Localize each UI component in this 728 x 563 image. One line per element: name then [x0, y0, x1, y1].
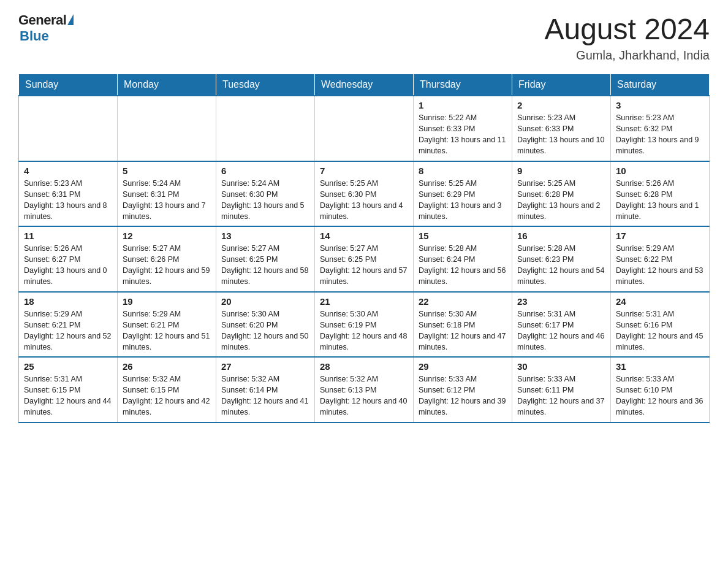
day-number: 1	[419, 100, 507, 110]
day-info: Sunrise: 5:25 AM Sunset: 6:30 PM Dayligh…	[320, 178, 408, 223]
day-info: Sunrise: 5:33 AM Sunset: 6:12 PM Dayligh…	[419, 373, 507, 418]
weekday-header-row: SundayMondayTuesdayWednesdayThursdayFrid…	[19, 74, 710, 96]
calendar-cell: 24Sunrise: 5:31 AM Sunset: 6:16 PM Dayli…	[611, 292, 710, 358]
day-number: 22	[419, 296, 507, 307]
day-info: Sunrise: 5:32 AM Sunset: 6:15 PM Dayligh…	[123, 373, 211, 418]
calendar-header: SundayMondayTuesdayWednesdayThursdayFrid…	[19, 74, 710, 96]
day-info: Sunrise: 5:26 AM Sunset: 6:27 PM Dayligh…	[24, 243, 112, 288]
weekday-header-thursday: Thursday	[414, 74, 512, 96]
calendar-cell: 1Sunrise: 5:22 AM Sunset: 6:33 PM Daylig…	[414, 96, 512, 161]
calendar-cell: 16Sunrise: 5:28 AM Sunset: 6:23 PM Dayli…	[512, 226, 611, 292]
day-number: 16	[517, 231, 605, 241]
day-number: 31	[616, 361, 704, 372]
day-number: 12	[123, 231, 211, 241]
day-info: Sunrise: 5:31 AM Sunset: 6:15 PM Dayligh…	[24, 373, 112, 418]
calendar-week-2: 4Sunrise: 5:23 AM Sunset: 6:31 PM Daylig…	[19, 161, 710, 227]
calendar-cell: 29Sunrise: 5:33 AM Sunset: 6:12 PM Dayli…	[414, 357, 512, 423]
day-info: Sunrise: 5:33 AM Sunset: 6:11 PM Dayligh…	[517, 373, 605, 418]
day-number: 8	[419, 166, 507, 176]
day-number: 10	[616, 166, 704, 176]
day-number: 15	[419, 231, 507, 241]
day-number: 14	[320, 231, 408, 241]
day-number: 5	[123, 166, 211, 176]
day-info: Sunrise: 5:31 AM Sunset: 6:16 PM Dayligh…	[616, 308, 704, 353]
calendar-cell: 7Sunrise: 5:25 AM Sunset: 6:30 PM Daylig…	[315, 161, 414, 227]
day-number: 23	[517, 296, 605, 307]
calendar-cell: 23Sunrise: 5:31 AM Sunset: 6:17 PM Dayli…	[512, 292, 611, 358]
calendar-cell	[216, 96, 315, 161]
calendar-week-1: 1Sunrise: 5:22 AM Sunset: 6:33 PM Daylig…	[19, 96, 710, 161]
day-info: Sunrise: 5:25 AM Sunset: 6:28 PM Dayligh…	[517, 178, 605, 223]
calendar-cell: 12Sunrise: 5:27 AM Sunset: 6:26 PM Dayli…	[118, 226, 216, 292]
logo-triangle-icon	[67, 14, 74, 25]
calendar-title: August 2024	[544, 12, 710, 46]
logo: General Blue	[18, 12, 74, 44]
weekday-header-monday: Monday	[118, 74, 216, 96]
day-info: Sunrise: 5:25 AM Sunset: 6:29 PM Dayligh…	[419, 178, 507, 223]
calendar-cell	[315, 96, 414, 161]
calendar-cell: 25Sunrise: 5:31 AM Sunset: 6:15 PM Dayli…	[19, 357, 118, 423]
calendar-cell: 18Sunrise: 5:29 AM Sunset: 6:21 PM Dayli…	[19, 292, 118, 358]
calendar-table: SundayMondayTuesdayWednesdayThursdayFrid…	[18, 74, 710, 423]
day-number: 18	[24, 296, 112, 307]
calendar-week-5: 25Sunrise: 5:31 AM Sunset: 6:15 PM Dayli…	[19, 357, 710, 423]
weekday-header-wednesday: Wednesday	[315, 74, 414, 96]
logo-general-text: General	[18, 12, 66, 28]
day-info: Sunrise: 5:30 AM Sunset: 6:18 PM Dayligh…	[419, 308, 507, 353]
day-info: Sunrise: 5:27 AM Sunset: 6:25 PM Dayligh…	[221, 243, 309, 288]
calendar-cell: 22Sunrise: 5:30 AM Sunset: 6:18 PM Dayli…	[414, 292, 512, 358]
day-info: Sunrise: 5:27 AM Sunset: 6:26 PM Dayligh…	[123, 243, 211, 288]
day-number: 9	[517, 166, 605, 176]
calendar-week-4: 18Sunrise: 5:29 AM Sunset: 6:21 PM Dayli…	[19, 292, 710, 358]
weekday-header-friday: Friday	[512, 74, 611, 96]
calendar-cell: 28Sunrise: 5:32 AM Sunset: 6:13 PM Dayli…	[315, 357, 414, 423]
page-header: General Blue August 2024 Gumla, Jharkhan…	[18, 12, 710, 63]
day-info: Sunrise: 5:24 AM Sunset: 6:31 PM Dayligh…	[123, 178, 211, 223]
calendar-cell: 26Sunrise: 5:32 AM Sunset: 6:15 PM Dayli…	[118, 357, 216, 423]
calendar-cell	[118, 96, 216, 161]
calendar-cell: 20Sunrise: 5:30 AM Sunset: 6:20 PM Dayli…	[216, 292, 315, 358]
day-info: Sunrise: 5:30 AM Sunset: 6:19 PM Dayligh…	[320, 308, 408, 353]
calendar-cell: 2Sunrise: 5:23 AM Sunset: 6:33 PM Daylig…	[512, 96, 611, 161]
calendar-cell: 27Sunrise: 5:32 AM Sunset: 6:14 PM Dayli…	[216, 357, 315, 423]
calendar-cell: 21Sunrise: 5:30 AM Sunset: 6:19 PM Dayli…	[315, 292, 414, 358]
day-info: Sunrise: 5:26 AM Sunset: 6:28 PM Dayligh…	[616, 178, 704, 223]
day-info: Sunrise: 5:32 AM Sunset: 6:14 PM Dayligh…	[221, 373, 309, 418]
calendar-cell: 8Sunrise: 5:25 AM Sunset: 6:29 PM Daylig…	[414, 161, 512, 227]
day-number: 19	[123, 296, 211, 307]
day-info: Sunrise: 5:30 AM Sunset: 6:20 PM Dayligh…	[221, 308, 309, 353]
day-info: Sunrise: 5:33 AM Sunset: 6:10 PM Dayligh…	[616, 373, 704, 418]
calendar-cell: 9Sunrise: 5:25 AM Sunset: 6:28 PM Daylig…	[512, 161, 611, 227]
day-number: 30	[517, 361, 605, 372]
day-info: Sunrise: 5:28 AM Sunset: 6:24 PM Dayligh…	[419, 243, 507, 288]
day-number: 2	[517, 100, 605, 110]
calendar-cell: 13Sunrise: 5:27 AM Sunset: 6:25 PM Dayli…	[216, 226, 315, 292]
day-number: 21	[320, 296, 408, 307]
day-number: 11	[24, 231, 112, 241]
day-info: Sunrise: 5:23 AM Sunset: 6:32 PM Dayligh…	[616, 112, 704, 157]
day-number: 29	[419, 361, 507, 372]
calendar-cell: 3Sunrise: 5:23 AM Sunset: 6:32 PM Daylig…	[611, 96, 710, 161]
day-info: Sunrise: 5:22 AM Sunset: 6:33 PM Dayligh…	[419, 112, 507, 157]
day-number: 6	[221, 166, 309, 176]
day-number: 3	[616, 100, 704, 110]
day-number: 20	[221, 296, 309, 307]
day-info: Sunrise: 5:29 AM Sunset: 6:21 PM Dayligh…	[24, 308, 112, 353]
day-number: 17	[616, 231, 704, 241]
day-info: Sunrise: 5:24 AM Sunset: 6:30 PM Dayligh…	[221, 178, 309, 223]
title-block: August 2024 Gumla, Jharkhand, India	[544, 12, 710, 63]
day-number: 4	[24, 166, 112, 176]
day-number: 26	[123, 361, 211, 372]
calendar-subtitle: Gumla, Jharkhand, India	[544, 48, 710, 63]
logo-blue-text: Blue	[20, 28, 49, 44]
day-number: 25	[24, 361, 112, 372]
weekday-header-sunday: Sunday	[19, 74, 118, 96]
day-info: Sunrise: 5:23 AM Sunset: 6:33 PM Dayligh…	[517, 112, 605, 157]
calendar-cell: 19Sunrise: 5:29 AM Sunset: 6:21 PM Dayli…	[118, 292, 216, 358]
calendar-cell: 4Sunrise: 5:23 AM Sunset: 6:31 PM Daylig…	[19, 161, 118, 227]
day-info: Sunrise: 5:27 AM Sunset: 6:25 PM Dayligh…	[320, 243, 408, 288]
day-info: Sunrise: 5:28 AM Sunset: 6:23 PM Dayligh…	[517, 243, 605, 288]
day-number: 24	[616, 296, 704, 307]
day-number: 28	[320, 361, 408, 372]
calendar-cell: 5Sunrise: 5:24 AM Sunset: 6:31 PM Daylig…	[118, 161, 216, 227]
